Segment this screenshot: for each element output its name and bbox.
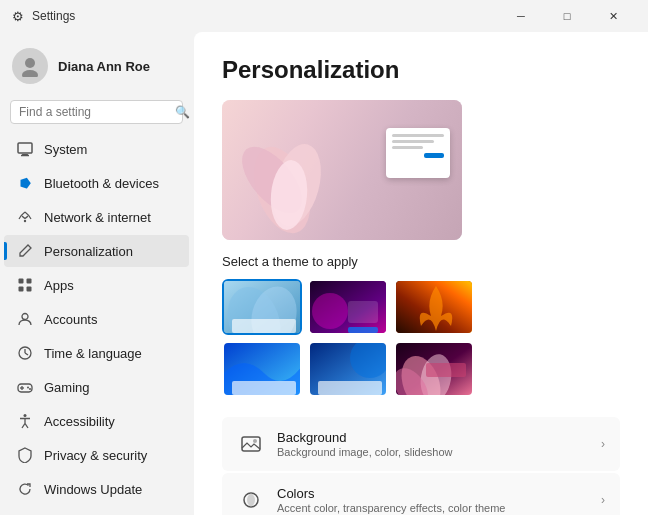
theme-item-flowers-pink[interactable] <box>394 341 474 397</box>
colors-title: Colors <box>277 486 601 501</box>
titlebar-controls: ─ □ ✕ <box>498 0 636 32</box>
theme-item-blue[interactable] <box>222 279 302 335</box>
sidebar-item-system[interactable]: System <box>4 133 189 165</box>
svg-rect-37 <box>318 381 382 395</box>
windows-update-label: Windows Update <box>44 482 142 497</box>
theme-flowers-pink-img <box>396 343 472 395</box>
theme-pink-neon-img <box>310 281 386 333</box>
user-section[interactable]: Diana Ann Roe <box>0 40 193 96</box>
page-title: Personalization <box>222 56 620 84</box>
network-icon <box>16 208 34 226</box>
svg-point-19 <box>24 414 27 417</box>
svg-point-5 <box>24 220 26 222</box>
close-button[interactable]: ✕ <box>590 0 636 32</box>
theme-preview <box>222 100 462 240</box>
accessibility-icon <box>16 412 34 430</box>
svg-rect-42 <box>426 363 466 377</box>
accounts-label: Accounts <box>44 312 97 327</box>
background-text: Background Background image, color, slid… <box>277 430 601 458</box>
theme-item-pink-neon[interactable] <box>308 279 388 335</box>
settings-row-colors[interactable]: Colors Accent color, transparency effect… <box>222 473 620 515</box>
search-box[interactable]: 🔍 <box>10 100 183 124</box>
svg-line-13 <box>25 353 28 355</box>
sidebar-item-accessibility[interactable]: Accessibility <box>4 405 189 437</box>
svg-rect-34 <box>232 381 296 395</box>
time-label: Time & language <box>44 346 142 361</box>
background-subtitle: Background image, color, slideshow <box>277 446 601 458</box>
accessibility-label: Accessibility <box>44 414 115 429</box>
sidebar-item-network[interactable]: Network & internet <box>4 201 189 233</box>
colors-chevron: › <box>601 493 605 507</box>
background-title: Background <box>277 430 601 445</box>
background-icon <box>237 430 265 458</box>
sidebar-item-gaming[interactable]: Gaming <box>4 371 189 403</box>
preview-flowers-svg <box>227 110 347 240</box>
theme-blue3-img <box>310 343 386 395</box>
minimize-button[interactable]: ─ <box>498 0 544 32</box>
colors-icon <box>237 486 265 514</box>
theme-fire-img <box>396 281 472 333</box>
dialog-button <box>424 153 444 158</box>
time-icon <box>16 344 34 362</box>
titlebar: ⚙ Settings ─ □ ✕ <box>0 0 648 32</box>
settings-list: Background Background image, color, slid… <box>222 417 620 515</box>
gaming-label: Gaming <box>44 380 90 395</box>
gaming-icon <box>16 378 34 396</box>
privacy-label: Privacy & security <box>44 448 147 463</box>
titlebar-left: ⚙ Settings <box>12 9 75 24</box>
sidebar-item-apps[interactable]: Apps <box>4 269 189 301</box>
theme-item-blue2[interactable] <box>222 341 302 397</box>
maximize-button[interactable]: □ <box>544 0 590 32</box>
privacy-icon <box>16 446 34 464</box>
themes-grid <box>222 279 620 397</box>
sidebar-item-windows-update[interactable]: Windows Update <box>4 473 189 505</box>
svg-rect-9 <box>27 287 32 292</box>
theme-blue2-img <box>224 343 300 395</box>
avatar <box>12 48 48 84</box>
settings-icon: ⚙ <box>12 9 24 24</box>
active-indicator <box>4 242 7 260</box>
svg-point-1 <box>22 70 38 77</box>
svg-rect-30 <box>348 301 378 323</box>
sidebar-item-personalization[interactable]: Personalization <box>4 235 189 267</box>
svg-rect-6 <box>19 279 24 284</box>
apps-icon <box>16 276 34 294</box>
search-icon: 🔍 <box>175 105 190 119</box>
content-area: Personalization <box>194 32 648 515</box>
theme-blue-abstract-img <box>224 281 300 333</box>
dialog-line-3 <box>392 146 423 149</box>
main-area: Diana Ann Roe 🔍 System ⭓ Bluetooth & dev… <box>0 32 648 515</box>
apps-label: Apps <box>44 278 74 293</box>
sidebar-item-privacy[interactable]: Privacy & security <box>4 439 189 471</box>
svg-rect-7 <box>27 279 32 284</box>
search-input[interactable] <box>19 105 169 119</box>
svg-rect-8 <box>19 287 24 292</box>
svg-point-17 <box>27 387 29 389</box>
themes-select-label: Select a theme to apply <box>222 254 620 269</box>
sidebar-item-accounts[interactable]: Accounts <box>4 303 189 335</box>
personalization-label: Personalization <box>44 244 133 259</box>
dialog-line-1 <box>392 134 444 137</box>
titlebar-title: Settings <box>32 9 75 23</box>
network-label: Network & internet <box>44 210 151 225</box>
svg-rect-2 <box>18 143 32 153</box>
user-name: Diana Ann Roe <box>58 59 150 74</box>
settings-row-background[interactable]: Background Background image, color, slid… <box>222 417 620 471</box>
bluetooth-icon: ⭓ <box>16 174 34 192</box>
theme-item-blue3[interactable] <box>308 341 388 397</box>
preview-dialog <box>386 128 450 178</box>
theme-item-fire[interactable] <box>394 279 474 335</box>
svg-point-29 <box>312 293 348 329</box>
windows-update-icon <box>16 480 34 498</box>
preview-wallpaper <box>222 100 462 240</box>
sidebar-item-bluetooth[interactable]: ⭓ Bluetooth & devices <box>4 167 189 199</box>
sidebar-item-time[interactable]: Time & language <box>4 337 189 369</box>
svg-rect-27 <box>232 319 296 333</box>
background-chevron: › <box>601 437 605 451</box>
svg-point-10 <box>22 314 28 320</box>
svg-rect-43 <box>242 437 260 451</box>
system-icon <box>16 140 34 158</box>
accounts-icon <box>16 310 34 328</box>
colors-subtitle: Accent color, transparency effects, colo… <box>277 502 601 514</box>
system-label: System <box>44 142 87 157</box>
